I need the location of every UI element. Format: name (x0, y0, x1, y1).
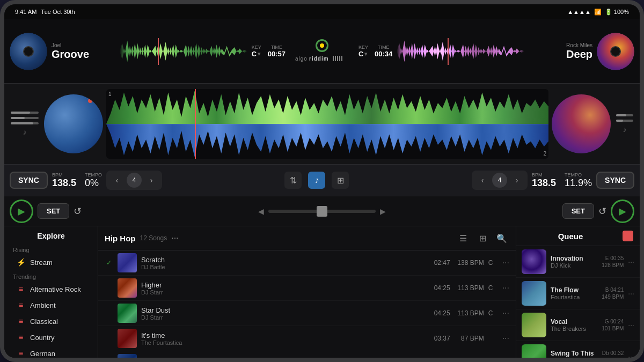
queue-more-3[interactable]: ··· (628, 321, 634, 329)
sidebar-item-country[interactable]: ≡ Country (8, 329, 94, 345)
main-waveform-area[interactable]: 1 2 (106, 89, 548, 159)
queue-artist-1: DJ Kick (551, 262, 597, 269)
table-row[interactable]: It's time The Fourtastica 03:37 87 BPM ·… (98, 326, 516, 351)
deck-right: KEY C ▾ TIME 00:34 Ro (358, 33, 634, 70)
grid-btn[interactable]: ⊞ (332, 172, 349, 189)
search-btn[interactable]: 🔍 (494, 231, 509, 246)
deck-knob-left[interactable] (44, 94, 103, 153)
eq-slider-right-1[interactable] (616, 114, 633, 116)
track-more-1[interactable]: ··· (502, 258, 509, 268)
sidebar: Explore Rising ⚡ Stream Trending ≡ Alter… (4, 226, 98, 362)
ipad-frame: 9:41 AM Tue Oct 30th ▲▲▲▲ 📶 🔋 100% Joel … (0, 0, 644, 362)
deck-meta-right: KEY C ▾ TIME 00:34 (358, 45, 392, 58)
stream-icon: ⚡ (16, 258, 26, 267)
queue-more-1[interactable]: ··· (628, 257, 634, 266)
playlist-more[interactable]: ··· (171, 233, 178, 243)
sidebar-item-german[interactable]: ≡ German (8, 345, 94, 361)
queue-art-4 (522, 344, 546, 362)
svg-rect-6 (341, 56, 342, 61)
sidebar-item-alt-rock[interactable]: ≡ Alternative Rock (8, 281, 94, 297)
queue-artist-4: Fourtastica (551, 357, 597, 362)
crossfader-track[interactable] (268, 210, 376, 213)
top-deck: Joel Groove KEY C ▾ T (4, 19, 640, 84)
queue-meta-1: E 00:35 128 BPM (602, 255, 624, 268)
eq-slider-right-2[interactable] (616, 120, 633, 122)
queue-name-2: The Flow (551, 286, 597, 294)
battery-icon: 🔋 100% (605, 9, 629, 16)
mixer-btn[interactable]: ⇅ (284, 172, 302, 189)
track-art-1 (118, 253, 137, 272)
crossfader-dot[interactable] (316, 39, 328, 52)
eq-slider-3[interactable] (11, 122, 39, 124)
play-button-right[interactable]: ▶ (611, 200, 634, 223)
deck-waveform-left[interactable] (120, 38, 247, 65)
list-item[interactable]: Swing To This Fourtastica Db 00:32 124 B… (516, 341, 640, 362)
track-artist-3: DJ Starr (141, 314, 427, 321)
queue-art-1 (522, 249, 546, 274)
track-info-2: Higher DJ Starr (141, 281, 427, 295)
track-more-5[interactable]: ··· (502, 359, 509, 362)
list-item[interactable]: Vocal The Breakers G 00:24 101 BPM ··· (516, 309, 640, 341)
deck-info-left: Joel Groove (52, 42, 115, 61)
wifi-icon: 📶 (594, 9, 602, 16)
crossfader-handle[interactable] (317, 206, 327, 217)
signal-icon: ▲▲▲▲ (567, 9, 591, 15)
sync-button-right[interactable]: SYNC (596, 172, 634, 189)
queue-artist-3: The Breakers (551, 326, 597, 332)
deck-artist-left: Joel (52, 42, 115, 48)
sidebar-item-ambient[interactable]: ≡ Ambient (8, 297, 94, 313)
nav-next-right[interactable]: › (509, 173, 524, 188)
list-item[interactable]: Innovation DJ Kick E 00:35 128 BPM ··· (516, 246, 640, 278)
nav-prev-right[interactable]: ‹ (475, 173, 490, 188)
nav-prev-left[interactable]: ‹ (109, 173, 125, 188)
app-container: Joel Groove KEY C ▾ T (4, 19, 640, 362)
track-bpm-2: 113 BPM (455, 284, 484, 292)
playlist-name: Hip Hop (105, 234, 136, 243)
status-time: 9:41 AM (15, 9, 36, 15)
bpm-display-left: BPM 138.5 (52, 172, 76, 189)
queue-info-2: The Flow Fourtastica (551, 286, 597, 300)
table-row[interactable]: ✓ Scratch DJ Battle 02:47 138 BPM C ··· (98, 250, 516, 276)
loop-button-right[interactable]: ↺ (598, 205, 606, 217)
table-row[interactable]: Higher DJ Starr 04:25 113 BPM C ··· (98, 276, 516, 301)
list-item[interactable]: The Flow Fourtastica B 04:21 149 BPM ··· (516, 278, 640, 309)
grid-view-btn[interactable]: ⊞ (475, 231, 490, 246)
deck-waveform-right[interactable] (397, 38, 524, 65)
deck-album-right[interactable] (597, 33, 634, 70)
queue-more-2[interactable]: ··· (628, 289, 634, 298)
eq-left: ♪ (9, 106, 41, 142)
svg-rect-2 (333, 56, 334, 61)
track-duration-1: 02:47 (431, 259, 450, 267)
set-button-right[interactable]: SET (562, 203, 594, 219)
deck-time-left: 00:57 (268, 50, 286, 58)
track-name-5: The Flow (141, 357, 427, 363)
table-row[interactable]: Star Dust DJ Starr 04:25 113 BPM C ··· (98, 301, 516, 326)
cf-arrow-right[interactable]: ▶ (380, 207, 386, 216)
table-row[interactable]: ☰ The Flow Fourtastica 04:21 149 BPM B ·… (98, 351, 516, 362)
track-name-4: It's time (141, 331, 427, 339)
sidebar-item-classical[interactable]: ≡ Classical (8, 313, 94, 329)
track-duration-3: 04:25 (431, 309, 450, 317)
track-more-3[interactable]: ··· (502, 308, 509, 318)
music-btn[interactable]: ♪ (308, 172, 325, 189)
loop-button-left[interactable]: ↺ (74, 205, 82, 217)
track-more-4[interactable]: ··· (502, 334, 509, 343)
sync-button-left[interactable]: SYNC (10, 172, 48, 189)
app-logo: algo riddim (295, 54, 349, 64)
deck-knob-right[interactable] (552, 94, 611, 153)
sidebar-item-stream[interactable]: ⚡ Stream (8, 254, 94, 270)
track-more-2[interactable]: ··· (502, 283, 509, 293)
eq-slider-2[interactable] (11, 117, 39, 119)
cf-arrow-left[interactable]: ◀ (258, 207, 264, 216)
set-button-left[interactable]: SET (38, 203, 69, 219)
deck-album-left[interactable] (10, 33, 47, 70)
eq-slider-1[interactable] (11, 112, 39, 114)
nav-next-left[interactable]: › (144, 173, 159, 188)
track-bpm-5: 149 BPM (455, 360, 484, 362)
song-count: 12 Songs (140, 234, 167, 242)
queue-name-3: Vocal (551, 318, 597, 326)
play-button-left[interactable]: ▶ (10, 200, 33, 223)
list-view-btn[interactable]: ☰ (456, 231, 471, 246)
queue-more-4[interactable]: ··· (628, 352, 634, 361)
track-duration-5: 04:21 (431, 360, 450, 362)
